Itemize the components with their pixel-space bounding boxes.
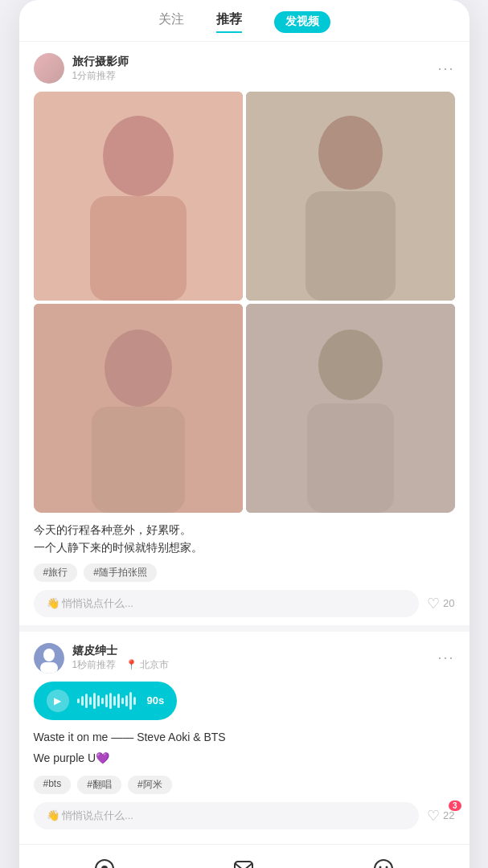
svg-point-18 — [375, 860, 392, 868]
photo-4 — [246, 304, 455, 513]
nav-emoji[interactable] — [369, 854, 398, 868]
wave-bar — [77, 698, 80, 703]
post-1-meta: 旅行摄影师 1分前推荐 — [72, 55, 438, 83]
post-1-text: 今天的行程各种意外，好累呀。 一个人静下来的时候就特别想家。 — [34, 521, 455, 557]
post-1-username: 旅行摄影师 — [72, 55, 438, 69]
post-1-like-count: 20 — [443, 597, 454, 609]
wave-bar — [93, 693, 96, 709]
tag-photo[interactable]: #随手拍张照 — [84, 563, 157, 582]
heart-icon-1: ♡ — [427, 595, 440, 612]
post-2-meta: 嬉皮绅士 1秒前推荐 📍 北京市 — [72, 644, 438, 672]
svg-rect-8 — [92, 407, 185, 513]
wave-bar — [113, 696, 116, 706]
svg-rect-11 — [307, 403, 394, 513]
svg-point-16 — [101, 866, 108, 868]
wave-bar — [117, 694, 120, 708]
post-1-time: 1分前推荐 — [72, 69, 438, 83]
post-2-tags: #bts #翻唱 #阿米 — [34, 776, 455, 794]
svg-rect-2 — [90, 196, 187, 301]
tag-army[interactable]: #阿米 — [128, 776, 172, 794]
post-1-header: 旅行摄影师 1分前推荐 ··· — [34, 53, 455, 84]
svg-point-4 — [318, 116, 383, 190]
post-2-header: 嬉皮绅士 1秒前推荐 📍 北京市 ··· — [34, 643, 455, 674]
wave-bar — [129, 692, 132, 710]
wave-bar — [121, 698, 124, 704]
purple-heart: 💜 — [96, 751, 109, 764]
top-nav: 关注 推荐 发视频 — [19, 0, 470, 42]
tab-follow[interactable]: 关注 — [158, 11, 184, 33]
wave-bar — [89, 697, 92, 705]
bottom-nav — [19, 844, 470, 868]
tag-bts[interactable]: #bts — [34, 776, 72, 794]
post-1-more[interactable]: ··· — [437, 60, 454, 77]
wave-bar — [133, 697, 136, 705]
post-2-like-count: 22 — [443, 809, 454, 821]
svg-rect-5 — [306, 191, 396, 301]
photo-2 — [246, 92, 455, 301]
post-2-time: 1秒前推荐 📍 北京市 — [72, 658, 438, 672]
photo-grid — [34, 92, 455, 513]
photo-3 — [34, 304, 243, 513]
wave-bar — [101, 698, 104, 704]
tag-cover[interactable]: #翻唱 — [77, 776, 121, 794]
wave-bar — [81, 696, 84, 706]
nav-message[interactable] — [229, 854, 258, 868]
tab-recommend[interactable]: 推荐 — [216, 11, 242, 33]
post-2-like[interactable]: ♡ 22 3 — [427, 807, 454, 825]
play-button[interactable]: ▶ — [47, 690, 69, 712]
heart-icon-2: ♡ — [427, 807, 440, 825]
svg-rect-14 — [40, 662, 58, 674]
post-1-like[interactable]: ♡ 20 — [427, 595, 454, 612]
audio-duration: 90s — [147, 694, 165, 706]
audio-player[interactable]: ▶ — [34, 682, 178, 720]
post-2-more[interactable]: ··· — [437, 649, 454, 666]
live-button[interactable]: 发视频 — [274, 11, 330, 33]
wave-bar — [125, 695, 128, 706]
photo-1 — [34, 92, 243, 301]
post-1-comment-input[interactable]: 👋 悄悄说点什么... — [34, 590, 420, 617]
wave-bar — [85, 694, 88, 708]
post-2-comment-input[interactable]: 👋 悄悄说点什么... — [34, 802, 420, 829]
waveform — [77, 692, 136, 710]
post-1: 旅行摄影师 1分前推荐 ··· — [19, 42, 470, 632]
post-2-username: 嬉皮绅士 — [72, 644, 438, 658]
svg-point-1 — [103, 116, 174, 196]
avatar-1 — [34, 53, 64, 84]
post-2-comment-bar: 👋 悄悄说点什么... ♡ 22 3 — [34, 802, 455, 829]
post-2: 嬉皮绅士 1秒前推荐 📍 北京市 ··· ▶ — [19, 632, 470, 837]
post-1-tags: #旅行 #随手拍张照 — [34, 563, 455, 582]
avatar-2 — [34, 643, 64, 674]
svg-point-13 — [43, 649, 55, 661]
tag-travel[interactable]: #旅行 — [34, 563, 78, 582]
wave-bar — [105, 694, 108, 707]
post-2-song: Waste it on me —— Steve Aoki & BTS — [34, 728, 455, 746]
svg-point-7 — [105, 330, 172, 407]
like-badge-count: 3 — [449, 800, 461, 811]
nav-discover[interactable] — [90, 854, 119, 868]
wave-bar — [109, 693, 112, 709]
svg-point-10 — [318, 330, 383, 400]
phone-card: 关注 推荐 发视频 旅行摄影师 1分前推荐 ··· — [19, 0, 470, 868]
play-icon: ▶ — [54, 695, 61, 706]
post-2-purple: We purple U💜 — [34, 749, 455, 767]
wave-bar — [97, 695, 100, 706]
post-1-comment-bar: 👋 悄悄说点什么... ♡ 20 — [34, 590, 455, 617]
